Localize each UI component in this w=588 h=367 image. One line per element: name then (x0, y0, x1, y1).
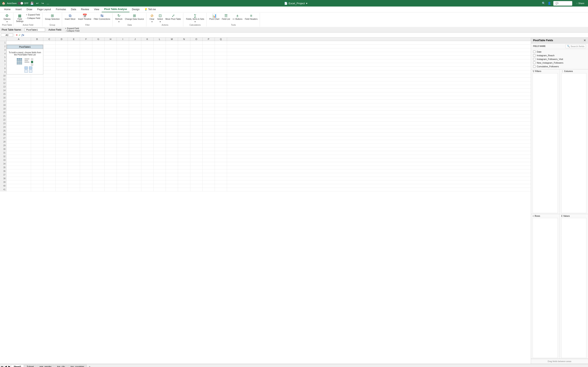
cell-l2[interactable] (154, 45, 166, 48)
cell-m1[interactable] (166, 41, 178, 45)
cell-c35[interactable] (43, 166, 56, 169)
cell-c8[interactable] (43, 67, 56, 70)
cell-g19[interactable] (92, 107, 104, 111)
cell-k5[interactable] (141, 56, 154, 59)
cell-a14[interactable] (7, 89, 31, 92)
cell-n6[interactable] (178, 59, 190, 63)
plus-minus-buttons-button[interactable]: ± +/- Buttons (232, 13, 243, 21)
cell-j32[interactable] (129, 155, 141, 158)
row-number-8[interactable]: 8 (0, 67, 7, 70)
row-number-9[interactable]: 9 (0, 70, 7, 74)
row-number-27[interactable]: 27 (0, 136, 7, 140)
cell-h18[interactable] (104, 103, 117, 107)
cell-p41[interactable] (203, 188, 215, 192)
cell-q3[interactable] (215, 48, 227, 52)
cell-m14[interactable] (166, 89, 178, 92)
cell-q5[interactable] (215, 56, 227, 59)
cell-h27[interactable] (104, 136, 117, 140)
sheet-nav-left[interactable]: ◀ (4, 365, 8, 367)
cell-m2[interactable] (166, 45, 178, 48)
cell-i12[interactable] (117, 81, 129, 85)
pf-filters-content[interactable] (533, 73, 558, 213)
cell-j35[interactable] (129, 166, 141, 169)
cell-l38[interactable] (154, 177, 166, 180)
add-sheet-button[interactable]: + (87, 364, 92, 367)
cell-q10[interactable] (215, 74, 227, 78)
cell-reference-input[interactable] (1, 33, 13, 37)
cell-c34[interactable] (43, 162, 56, 166)
pivot-table-name-input[interactable] (25, 28, 45, 32)
cell-i35[interactable] (117, 166, 129, 169)
cell-k28[interactable] (141, 140, 154, 144)
cell-j3[interactable] (129, 48, 141, 52)
cell-e27[interactable] (68, 136, 80, 140)
row-number-12[interactable]: 12 (0, 81, 7, 85)
cell-c12[interactable] (43, 81, 56, 85)
cell-a34[interactable] (7, 162, 31, 166)
cell-p9[interactable] (203, 70, 215, 74)
cell-l12[interactable] (154, 81, 166, 85)
cell-q14[interactable] (215, 89, 227, 92)
tab-review[interactable]: Review (79, 7, 91, 12)
cell-q4[interactable] (215, 52, 227, 56)
cell-h8[interactable] (104, 67, 117, 70)
row-number-29[interactable]: 29 (0, 144, 7, 147)
cell-h22[interactable] (104, 118, 117, 122)
cell-d21[interactable] (56, 114, 68, 118)
cell-b34[interactable] (31, 162, 43, 166)
cell-l31[interactable] (154, 151, 166, 155)
cell-b28[interactable] (31, 140, 43, 144)
sheet-tab-age-gender[interactable]: age_gender (37, 365, 54, 367)
cell-f39[interactable] (80, 180, 92, 184)
cell-j27[interactable] (129, 136, 141, 140)
cell-f24[interactable] (80, 125, 92, 129)
cell-b31[interactable] (31, 151, 43, 155)
cell-m25[interactable] (166, 129, 178, 133)
cell-k23[interactable] (141, 122, 154, 125)
cell-o37[interactable] (190, 173, 203, 177)
cell-c11[interactable] (43, 78, 56, 81)
cell-a12[interactable] (7, 81, 31, 85)
cell-p30[interactable] (203, 147, 215, 151)
cell-c41[interactable] (43, 188, 56, 192)
cell-f30[interactable] (80, 147, 92, 151)
cell-e34[interactable] (68, 162, 80, 166)
row-number-40[interactable]: 40 (0, 184, 7, 188)
cell-b13[interactable] (31, 85, 43, 89)
cell-i26[interactable] (117, 133, 129, 136)
field-instagram-reach-checkbox[interactable] (533, 54, 536, 57)
cell-m38[interactable] (166, 177, 178, 180)
cell-h23[interactable] (104, 122, 117, 125)
cell-f25[interactable] (80, 129, 92, 133)
cell-c28[interactable] (43, 140, 56, 144)
cell-k10[interactable] (141, 74, 154, 78)
cell-q7[interactable] (215, 63, 227, 67)
cell-l22[interactable] (154, 118, 166, 122)
cell-f3[interactable] (80, 48, 92, 52)
cell-g1[interactable] (92, 41, 104, 45)
cell-d34[interactable] (56, 162, 68, 166)
cell-q6[interactable] (215, 59, 227, 63)
cell-p34[interactable] (203, 162, 215, 166)
col-header-a[interactable]: A (7, 38, 31, 41)
cell-d28[interactable] (56, 140, 68, 144)
cell-o30[interactable] (190, 147, 203, 151)
cell-e29[interactable] (68, 144, 80, 147)
cell-b36[interactable] (31, 169, 43, 173)
cell-p24[interactable] (203, 125, 215, 129)
cell-d27[interactable] (56, 136, 68, 140)
cell-f26[interactable] (80, 133, 92, 136)
cell-h15[interactable] (104, 92, 117, 96)
cell-e30[interactable] (68, 147, 80, 151)
cell-l9[interactable] (154, 70, 166, 74)
cell-q26[interactable] (215, 133, 227, 136)
cell-k25[interactable] (141, 129, 154, 133)
cell-b38[interactable] (31, 177, 43, 180)
cell-i25[interactable] (117, 129, 129, 133)
cell-j6[interactable] (129, 59, 141, 63)
cell-a24[interactable] (7, 125, 31, 129)
col-header-q[interactable]: Q (215, 38, 227, 41)
cell-c27[interactable] (43, 136, 56, 140)
cell-c15[interactable] (43, 92, 56, 96)
cell-f6[interactable] (80, 59, 92, 63)
